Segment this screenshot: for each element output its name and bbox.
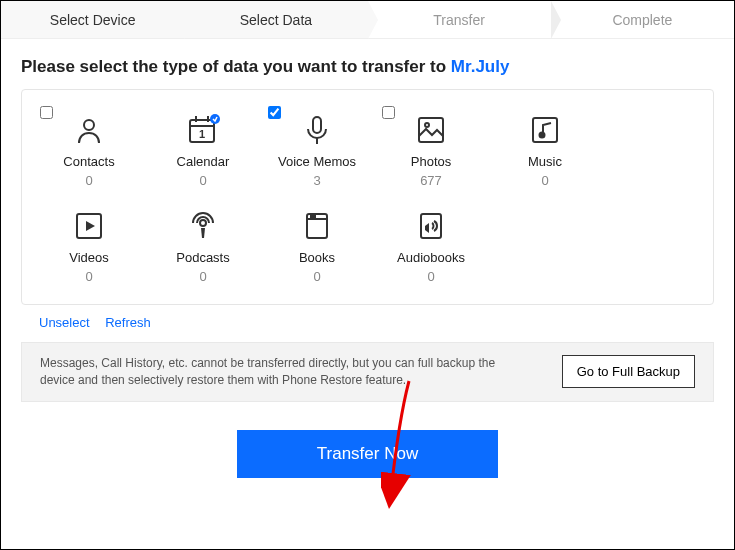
books-icon	[299, 208, 335, 244]
music-icon	[527, 112, 563, 148]
step-select-device: Select Device	[1, 1, 184, 38]
data-item-voice-memos[interactable]: Voice Memos3	[260, 106, 374, 202]
contacts-icon	[71, 112, 107, 148]
calendar-icon: 1	[185, 112, 221, 148]
item-count: 677	[420, 173, 442, 188]
wizard-steps: Select Device Select Data Transfer Compl…	[1, 1, 734, 39]
item-count: 0	[199, 269, 206, 284]
transfer-now-button[interactable]: Transfer Now	[237, 430, 498, 478]
item-count: 0	[427, 269, 434, 284]
data-item-photos[interactable]: Photos677	[374, 106, 488, 202]
prompt-text: Please select the type of data you want …	[1, 39, 734, 89]
data-item-contacts[interactable]: Contacts0	[32, 106, 146, 202]
voice-memos-icon	[299, 112, 335, 148]
step-transfer: Transfer	[368, 1, 551, 38]
audiobooks-icon	[413, 208, 449, 244]
item-count: 0	[313, 269, 320, 284]
step-select-data: Select Data	[184, 1, 367, 38]
item-label: Photos	[411, 154, 451, 169]
item-label: Contacts	[63, 154, 114, 169]
svg-rect-17	[311, 214, 315, 219]
data-item-books[interactable]: Books0	[260, 202, 374, 298]
notice-bar: Messages, Call History, etc. cannot be t…	[21, 342, 714, 402]
svg-rect-7	[313, 117, 321, 133]
svg-point-10	[425, 123, 429, 127]
photos-icon	[413, 112, 449, 148]
svg-point-6	[210, 114, 220, 124]
data-item-calendar[interactable]: 1Calendar0	[146, 106, 260, 202]
unselect-link[interactable]: Unselect	[39, 315, 90, 330]
checkbox-voice-memos[interactable]	[268, 106, 281, 119]
item-label: Podcasts	[176, 250, 229, 265]
item-label: Calendar	[177, 154, 230, 169]
svg-rect-11	[533, 118, 557, 142]
step-complete: Complete	[551, 1, 734, 38]
item-label: Videos	[69, 250, 109, 265]
device-name: Mr.July	[451, 57, 510, 76]
svg-point-0	[84, 120, 94, 130]
checkbox-photos[interactable]	[382, 106, 395, 119]
item-label: Music	[528, 154, 562, 169]
item-label: Audiobooks	[397, 250, 465, 265]
data-item-audiobooks[interactable]: Audiobooks0	[374, 202, 488, 298]
svg-text:1: 1	[199, 128, 205, 140]
svg-point-12	[540, 133, 545, 138]
prompt-prefix: Please select the type of data you want …	[21, 57, 451, 76]
item-label: Voice Memos	[278, 154, 356, 169]
full-backup-button[interactable]: Go to Full Backup	[562, 355, 695, 388]
svg-point-14	[200, 220, 206, 226]
item-count: 0	[85, 269, 92, 284]
checkbox-contacts[interactable]	[40, 106, 53, 119]
data-item-videos[interactable]: Videos0	[32, 202, 146, 298]
videos-icon	[71, 208, 107, 244]
item-label: Books	[299, 250, 335, 265]
notice-message: Messages, Call History, etc. cannot be t…	[40, 355, 500, 389]
item-count: 0	[541, 173, 548, 188]
item-count: 3	[313, 173, 320, 188]
svg-rect-9	[419, 118, 443, 142]
data-item-podcasts[interactable]: Podcasts0	[146, 202, 260, 298]
podcasts-icon	[185, 208, 221, 244]
item-count: 0	[85, 173, 92, 188]
data-type-grid: Contacts01Calendar0Voice Memos3Photos677…	[32, 106, 703, 298]
action-links: Unselect Refresh	[1, 305, 734, 338]
data-type-card: Contacts01Calendar0Voice Memos3Photos677…	[21, 89, 714, 305]
item-count: 0	[199, 173, 206, 188]
data-item-music[interactable]: Music0	[488, 106, 602, 202]
refresh-link[interactable]: Refresh	[105, 315, 151, 330]
